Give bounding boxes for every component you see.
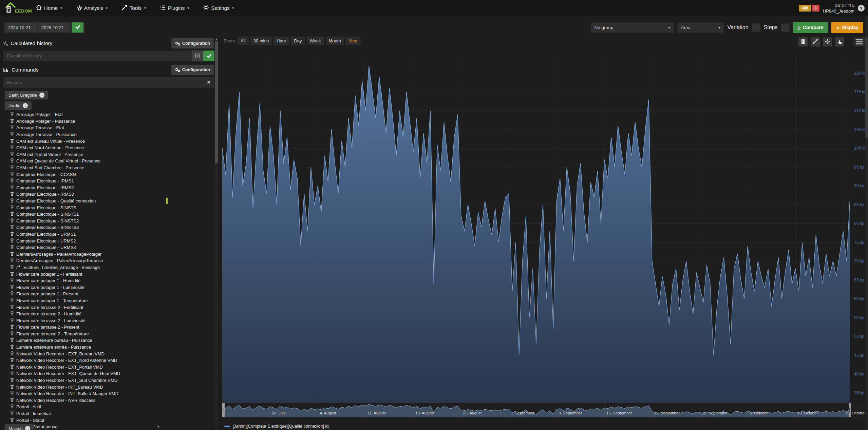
command-list-item[interactable]: Flower care potager 1 - Present: [3, 291, 214, 297]
command-list-item[interactable]: Flower care terrasse 2 - Luminosité: [3, 317, 214, 324]
compare-button[interactable]: ≥ Compare: [793, 22, 828, 33]
trash-icon[interactable]: [10, 231, 14, 237]
command-label[interactable]: Flower care potager 1 - Present: [16, 291, 78, 296]
command-label[interactable]: Arrosage Potager - Etat: [16, 112, 63, 117]
trash-icon[interactable]: [10, 185, 14, 191]
group-select[interactable]: No group ▾: [591, 22, 674, 33]
trash-icon[interactable]: [10, 218, 14, 224]
zoom-button-day[interactable]: Day: [291, 37, 305, 45]
trash-icon[interactable]: [10, 112, 14, 117]
trash-icon[interactable]: [10, 165, 14, 171]
command-list-item[interactable]: DerniersArrosages - PalierArrosagePotage…: [3, 251, 214, 257]
trash-icon[interactable]: [10, 251, 14, 257]
command-list-item[interactable]: Compteur Electrique - Qualité connexion: [3, 198, 214, 204]
command-list-item[interactable]: Lumière extérieure entrée - Puissance: [3, 344, 214, 351]
command-list-item[interactable]: Flower care potager 1 - Fertilisant: [3, 271, 214, 277]
command-list-item[interactable]: Portail - Statut: [3, 417, 214, 424]
command-list-item[interactable]: Flower care terrasse 2 - Fertilisant: [3, 304, 214, 311]
command-label[interactable]: Arrosage Potager - Puissance: [16, 119, 75, 124]
zoom-button-year[interactable]: Year: [346, 37, 361, 45]
help-icon[interactable]: ?: [858, 5, 865, 12]
command-list-item[interactable]: Flower care terrasse 2 - Present: [3, 324, 214, 331]
command-list-item[interactable]: Compteur Electrique - SINSTS3: [3, 224, 214, 231]
command-label[interactable]: Compteur Electrique - URMS2: [16, 238, 76, 243]
command-list-item[interactable]: Portail - Actif: [3, 404, 214, 410]
command-label[interactable]: Compteur Electrique - SINSTS: [16, 205, 76, 210]
command-label[interactable]: Network Video Recorder - EXT_Queue de Ge…: [16, 371, 120, 376]
command-list-item[interactable]: Arrosage Terrasse - Puissance: [3, 131, 214, 138]
command-list-item[interactable]: Compteur Electrique - CCASN: [3, 171, 214, 178]
trash-icon[interactable]: [10, 224, 14, 230]
trash-icon[interactable]: [10, 291, 14, 297]
chart-legend[interactable]: [Jardin][Compteur Electrique][Qualité co…: [224, 424, 329, 429]
command-list-item[interactable]: Network Video Recorder - NVR illaccess: [3, 397, 214, 404]
command-label[interactable]: Ecriture_Timeline_Arrosage - message: [23, 265, 100, 270]
trash-icon[interactable]: [10, 265, 14, 270]
command-label[interactable]: Flower care terrasse 2 - Luminosité: [16, 318, 86, 323]
object-tag-jardin[interactable]: Jardin ↓: [5, 101, 32, 110]
trash-icon[interactable]: [10, 357, 14, 363]
apply-dates-button[interactable]: [72, 22, 83, 33]
chart-navigator[interactable]: 28. July4. August11. August18. August25.…: [222, 403, 868, 422]
command-label[interactable]: Compteur Electrique - SINSTS3: [16, 225, 79, 230]
nav-item-plugins[interactable]: Plugins▾: [160, 5, 189, 11]
command-list-item[interactable]: Network Video Recorder - EXT_Sud Chambre…: [3, 377, 214, 384]
command-label[interactable]: Network Video Recorder - INT_Bureau VMD: [16, 385, 103, 390]
command-list-item[interactable]: Flower care potager 1 - Luminosité: [3, 284, 214, 291]
command-label[interactable]: Network Video Recorder - INT_Salle à Man…: [16, 391, 118, 396]
command-label[interactable]: Portail - Immédiat: [16, 411, 51, 416]
display-button[interactable]: × Display: [831, 22, 863, 33]
command-list-item[interactable]: Flower care terrasse 2 - Température: [3, 331, 214, 337]
command-list-item[interactable]: Network Video Recorder - EXT_Portail VMD: [3, 364, 214, 371]
clear-search-button[interactable]: ×: [203, 77, 214, 88]
hand-button[interactable]: [835, 37, 844, 46]
zoom-button-all[interactable]: All: [238, 37, 248, 45]
command-label[interactable]: Portail - Statut: [16, 418, 44, 423]
main-chart[interactable]: 35 lqi40 lqi45 lqi50 lqi55 lqi60 lqi65 l…: [222, 47, 868, 421]
command-label[interactable]: CAM ext Queue de Geai Virtuel - Presence: [16, 158, 100, 163]
trash-icon[interactable]: [10, 198, 14, 204]
command-label[interactable]: Compteur Electrique - SINSTS2: [16, 218, 79, 223]
chart-type-select[interactable]: Area ▾: [677, 22, 724, 33]
command-list-button[interactable]: [192, 51, 203, 61]
trash-icon[interactable]: [10, 152, 14, 157]
object-tag-maison[interactable]: Maison →: [5, 424, 34, 430]
command-list-item[interactable]: Lumière extérieure bureau - Puissance: [3, 337, 214, 344]
command-list-item[interactable]: Arrosage Potager - Etat: [3, 111, 214, 118]
trash-icon[interactable]: [10, 238, 14, 244]
command-label[interactable]: Compteur Electrique - IRMS1: [16, 178, 74, 183]
trash-icon[interactable]: [10, 364, 14, 370]
command-list-item[interactable]: Compteur Electrique - URMS3: [3, 244, 214, 251]
trash-icon[interactable]: [10, 397, 14, 403]
command-label[interactable]: Flower care terrasse 2 - Present: [16, 325, 79, 330]
trash-icon[interactable]: [10, 298, 14, 304]
command-label[interactable]: Flower care terrasse 2 - Température: [16, 331, 89, 336]
command-label[interactable]: Compteur Electrique - CCASN: [16, 172, 76, 177]
command-label[interactable]: Network Video Recorder - EXT_Nord Antenn…: [16, 358, 117, 363]
command-list-item[interactable]: Compteur Electrique - SINSTS1: [3, 211, 214, 218]
trash-icon[interactable]: [10, 258, 14, 263]
trash-icon[interactable]: [10, 377, 14, 383]
notification-badge-1[interactable]: 3: [812, 5, 819, 12]
trash-icon[interactable]: [10, 344, 14, 350]
jeedom-logo[interactable]: EEDOM: [5, 2, 27, 15]
command-label[interactable]: Lumière extérieure entrée - Puissance: [16, 345, 91, 350]
command-label[interactable]: DerniersArrosages - PalierArrosagePotage…: [16, 252, 101, 257]
command-label[interactable]: CAM ext Sud Chambre - Presence: [16, 165, 84, 170]
command-label[interactable]: Compteur Electrique - URMS3: [16, 245, 76, 250]
trash-icon[interactable]: [10, 305, 14, 310]
variation-checkbox[interactable]: [752, 23, 760, 32]
commands-configuration-button[interactable]: Configuration: [171, 65, 214, 75]
command-list-item[interactable]: CAM ext Sud Chambre - Presence: [3, 164, 214, 171]
trash-icon[interactable]: [10, 318, 14, 324]
trash-icon[interactable]: [10, 331, 14, 337]
sidebar-scrollbar-thumb[interactable]: [215, 41, 218, 163]
command-list-item[interactable]: Portail - Statut pause: [3, 424, 214, 430]
command-label[interactable]: Flower care potager 1 - Température: [16, 298, 88, 303]
command-list-item[interactable]: Compteur Electrique - IRMS1: [3, 178, 214, 184]
nav-item-settings[interactable]: Settings▾: [203, 5, 234, 11]
trash-icon[interactable]: [10, 138, 14, 144]
trash-icon[interactable]: [10, 324, 14, 330]
trash-icon[interactable]: [10, 411, 14, 416]
calculated-history-input[interactable]: [3, 51, 192, 61]
